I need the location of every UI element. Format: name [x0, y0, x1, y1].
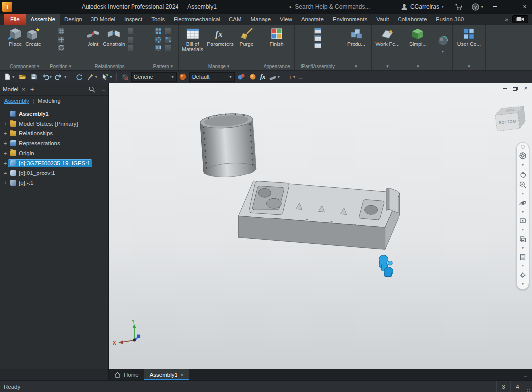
- settings-button[interactable]: [519, 271, 527, 279]
- assembly1-tab[interactable]: Assembly1 ×: [144, 369, 189, 380]
- free-move-icon[interactable]: [57, 36, 64, 43]
- clear-appearance-button[interactable]: [248, 72, 258, 82]
- tree-item-origin[interactable]: + Origin: [0, 148, 108, 158]
- tab-collaborate[interactable]: Collaborate: [394, 14, 432, 25]
- rectangular-pattern-icon[interactable]: [155, 28, 162, 35]
- tab-design[interactable]: Design: [60, 14, 87, 25]
- joint-button[interactable]: Joint: [85, 26, 101, 48]
- degrees-of-freedom-icon[interactable]: [127, 44, 134, 51]
- expander-icon[interactable]: +: [2, 160, 8, 166]
- window-maximize-button[interactable]: [502, 0, 517, 14]
- doc-tab-menu-icon[interactable]: ≡: [518, 369, 532, 380]
- zoom-button[interactable]: [519, 181, 527, 189]
- material-combo[interactable]: Generic ▾: [131, 72, 177, 82]
- create-button[interactable]: Create: [25, 26, 42, 48]
- steering-wheel-button[interactable]: [519, 152, 527, 160]
- pattern-extra2-icon[interactable]: [164, 44, 171, 51]
- manage-group-footer[interactable]: Manage ▾: [179, 63, 259, 70]
- screencast-button[interactable]: [512, 15, 528, 23]
- appearance-ball-button[interactable]: [178, 72, 188, 82]
- home-tab[interactable]: Home: [109, 369, 144, 380]
- appearance-combo[interactable]: Default ▾: [189, 72, 235, 82]
- doc-minimize-button[interactable]: [500, 85, 509, 92]
- zoom-caret-icon[interactable]: ▾: [522, 192, 524, 196]
- convert-caret-icon[interactable]: ▾: [442, 50, 444, 54]
- pages-button[interactable]: [519, 253, 527, 261]
- help-menu[interactable]: ? ▾: [472, 3, 483, 11]
- look-at-button[interactable]: [519, 217, 527, 225]
- doc-close-button[interactable]: ×: [521, 85, 530, 92]
- selected-blue-part[interactable]: [379, 255, 393, 277]
- browser-menu-icon[interactable]: ≡: [98, 86, 105, 93]
- bill-of-materials-button[interactable]: Bill of Materials: [181, 26, 205, 53]
- add-command-button[interactable]: + ▾: [287, 72, 296, 82]
- orbit-caret-icon[interactable]: ▾: [522, 210, 524, 214]
- tree-item-model-states[interactable]: + Model States: [Primary]: [0, 119, 108, 129]
- resize-grip[interactable]: [524, 381, 532, 392]
- expander-icon[interactable]: +: [2, 150, 8, 156]
- select-button[interactable]: ▾: [100, 72, 113, 82]
- component-group-footer[interactable]: Component ▾: [0, 63, 49, 70]
- window-close-button[interactable]: ×: [517, 0, 532, 14]
- cart-icon[interactable]: [455, 3, 463, 10]
- orbit-button[interactable]: [519, 199, 527, 207]
- place-button[interactable]: Place: [7, 26, 23, 48]
- save-button[interactable]: [29, 72, 39, 82]
- user-commands-group-footer[interactable]: ▾: [453, 63, 485, 70]
- free-rotate-icon[interactable]: [57, 44, 64, 51]
- navbar-handle[interactable]: [521, 145, 525, 149]
- pan-button[interactable]: [519, 170, 527, 178]
- base-part[interactable]: [238, 181, 399, 249]
- grid-snap-icon[interactable]: [57, 28, 64, 35]
- tab-cam[interactable]: CAM: [224, 14, 246, 25]
- add-panel-icon[interactable]: +: [28, 86, 36, 93]
- produce-button[interactable]: Produ...: [347, 26, 366, 48]
- tab-electromechanical[interactable]: Electromechanical: [169, 14, 224, 25]
- undo-button[interactable]: ▾: [40, 72, 53, 82]
- pattern-extra-icon[interactable]: [164, 36, 171, 43]
- tab-overflow-icon[interactable]: »: [505, 16, 508, 22]
- tab-view[interactable]: View: [275, 14, 297, 25]
- tab-assemble[interactable]: Assemble: [26, 14, 60, 25]
- tab-vault[interactable]: Vault: [372, 14, 393, 25]
- hide-relationships-icon[interactable]: [127, 36, 134, 43]
- tab-fusion-360[interactable]: Fusion 360: [431, 14, 468, 25]
- work-features-button[interactable]: Work Fe...: [375, 26, 399, 48]
- inventor-logo-icon[interactable]: I: [2, 2, 12, 12]
- tree-item-assembly-root[interactable]: Assembly1: [0, 109, 108, 119]
- user-commands-button[interactable]: User Co...: [457, 26, 481, 48]
- finish-button[interactable]: Finish: [269, 26, 285, 48]
- view-frame-button[interactable]: [519, 235, 527, 243]
- update-button[interactable]: [74, 72, 84, 82]
- pages-caret-icon[interactable]: ▾: [522, 264, 524, 268]
- open-button[interactable]: [17, 72, 27, 82]
- constrain-button[interactable]: Constrain: [102, 26, 126, 48]
- ipart-table-icon[interactable]: [314, 28, 321, 34]
- position-group-footer[interactable]: Position ▾: [49, 63, 72, 70]
- parameters-quick-button[interactable]: fx: [259, 72, 266, 82]
- work-features-group-footer[interactable]: ▾: [372, 63, 403, 70]
- circular-pattern-icon[interactable]: [155, 36, 162, 43]
- tree-item-dash-part[interactable]: + [o]:-:1: [0, 178, 108, 188]
- tree-item-iges-part-selected[interactable]: + [o]:3GZF500235-19_IGES:1: [0, 158, 108, 168]
- window-minimize-button[interactable]: [488, 0, 502, 14]
- pattern-group-footer[interactable]: Pattern ▾: [147, 63, 178, 70]
- tree-item-representations[interactable]: + Representations: [0, 138, 108, 148]
- tab-assembly-view[interactable]: Assembly: [4, 98, 29, 104]
- cylinder-part[interactable]: [200, 112, 257, 179]
- graphics-viewport[interactable]: Y X BOTTOM BACK: [109, 83, 532, 369]
- wheel-caret-icon[interactable]: ▾: [522, 163, 524, 167]
- material-browser-button[interactable]: [120, 72, 130, 82]
- help-search-field[interactable]: ▸ Search Help & Commands...: [290, 3, 370, 10]
- copy-icon[interactable]: [164, 28, 171, 35]
- tree-item-proov-part[interactable]: + [o]:01_proov:1: [0, 168, 108, 178]
- 3d-scene[interactable]: Y X BOTTOM BACK: [109, 83, 532, 369]
- tab-manage[interactable]: Manage: [246, 14, 276, 25]
- parameters-button[interactable]: fx Parameters: [206, 26, 235, 48]
- viewcube[interactable]: BOTTOM BACK: [495, 106, 525, 131]
- toolbar-list-button[interactable]: ≡: [298, 72, 304, 82]
- browser-search-icon[interactable]: [89, 86, 95, 93]
- tab-inspect[interactable]: Inspect: [120, 14, 147, 25]
- assembly1-tab-close-icon[interactable]: ×: [180, 372, 183, 378]
- tab-3d-model[interactable]: 3D Model: [87, 14, 120, 25]
